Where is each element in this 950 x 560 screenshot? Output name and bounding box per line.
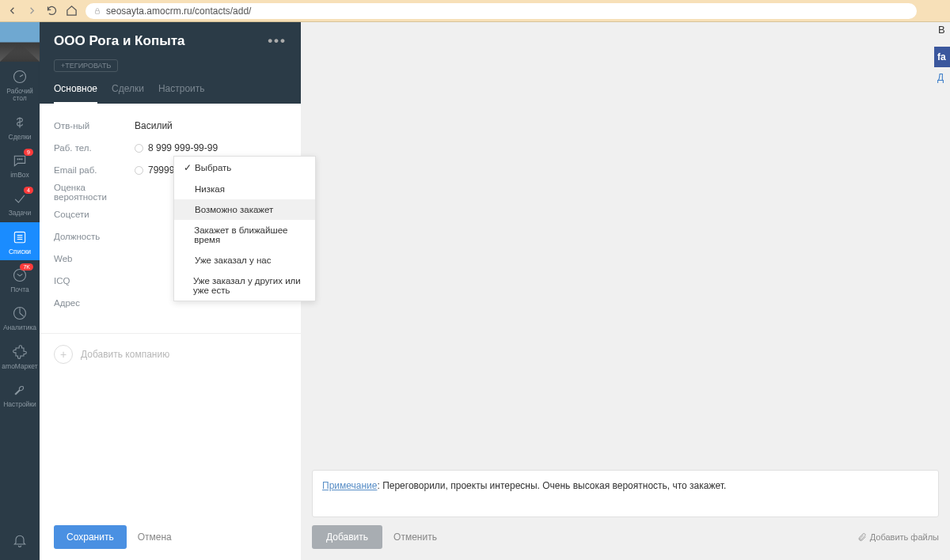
sidebar-item-deals[interactable]: Сделки — [0, 108, 40, 146]
bell-icon — [11, 532, 28, 549]
cancel-button[interactable]: Отмена — [138, 532, 172, 543]
wrench-icon — [11, 381, 28, 399]
tab-deals[interactable]: Сделки — [112, 83, 144, 104]
dropdown-option-soon[interactable]: Закажет в ближайшее время — [174, 220, 315, 250]
svg-rect-0 — [96, 10, 100, 13]
gauge-icon — [11, 68, 28, 85]
label-phone: Раб. тел. — [54, 143, 135, 153]
sidebar-item-tasks[interactable]: 4 Задачи — [0, 184, 40, 221]
puzzle-icon — [11, 343, 28, 361]
tag-button[interactable]: +ТЕГИРОВАТЬ — [54, 59, 118, 72]
sidebar-item-analytics[interactable]: Аналитика — [0, 298, 40, 336]
stateless-icon — [135, 144, 143, 153]
sidebar-item-settings[interactable]: Настройки — [0, 375, 40, 413]
sidebar-item-dashboard[interactable]: Рабочий стол — [0, 62, 40, 108]
widget-facebook[interactable]: fa — [934, 47, 950, 67]
home-button[interactable] — [66, 5, 78, 17]
note-text: : Переговорили, проекты интересны. Очень… — [377, 480, 726, 491]
paperclip-icon — [857, 532, 867, 542]
dropdown-option-ordered-other[interactable]: Уже заказал у других или уже есть — [174, 271, 315, 301]
note-label: Примечание — [322, 480, 377, 491]
svg-point-9 — [14, 270, 26, 282]
sidebar-item-market[interactable]: amoМаркет — [0, 337, 40, 375]
badge: 4 — [24, 187, 33, 194]
sidebar: Рабочий стол Сделки 9 imBox 4 Задачи Спи… — [0, 22, 40, 560]
dropdown-option-maybe[interactable]: Возможно закажет — [174, 199, 315, 220]
add-company[interactable]: + Добавить компанию — [40, 333, 301, 375]
cancel-note-button[interactable]: Отменить — [393, 532, 437, 543]
sidebar-avatar[interactable] — [0, 22, 40, 62]
back-button[interactable] — [6, 5, 18, 17]
label-probability: Оценка вероятности — [54, 183, 135, 202]
panel-tabs: Основное Сделки Настроить — [54, 83, 287, 104]
attach-files[interactable]: Добавить файлы — [857, 532, 939, 542]
value-phone[interactable]: 8 999 999-99-99 — [135, 142, 218, 153]
contact-panel: ООО Рога и Копыта ••• +ТЕГИРОВАТЬ Основн… — [40, 22, 301, 560]
label-web: Web — [54, 254, 135, 263]
note-actions: Добавить Отменить Добавить файлы — [312, 525, 939, 549]
badge: 9 — [24, 149, 33, 156]
url-text: seosayta.amocrm.ru/contacts/add/ — [106, 6, 251, 17]
label-position: Должность — [54, 232, 135, 241]
sidebar-item-mail[interactable]: 7K Почта — [0, 260, 40, 298]
url-bar[interactable]: seosayta.amocrm.ru/contacts/add/ — [86, 3, 917, 19]
label-icq: ICQ — [54, 276, 135, 286]
browser-toolbar: seosayta.amocrm.ru/contacts/add/ — [0, 0, 950, 22]
svg-point-3 — [20, 159, 21, 160]
svg-point-4 — [21, 159, 22, 160]
probability-dropdown: ✓Выбрать Низкая Возможно закажет Закажет… — [173, 156, 316, 301]
dollar-icon — [11, 114, 28, 131]
tab-configure[interactable]: Настроить — [158, 83, 205, 104]
lock-icon — [93, 7, 101, 15]
dropdown-option-low[interactable]: Низкая — [174, 179, 315, 199]
svg-point-2 — [17, 159, 18, 160]
label-email: Email раб. — [54, 165, 135, 175]
save-button[interactable]: Сохранить — [54, 525, 127, 549]
label-social: Соцсети — [54, 210, 135, 219]
widget-cut-1: В — [934, 22, 950, 36]
analytics-icon — [11, 305, 28, 322]
panel-footer: Сохранить Отмена — [40, 514, 301, 560]
label-address: Адрес — [54, 298, 135, 308]
list-icon — [11, 229, 28, 246]
main-area: Примечание: Переговорили, проекты интере… — [301, 22, 950, 560]
label-responsible: Отв-ный — [54, 121, 135, 131]
plus-icon: + — [54, 345, 73, 364]
dropdown-option-ordered-us[interactable]: Уже заказал у нас — [174, 250, 315, 271]
contact-form: Отв-ныйВасилий Раб. тел.8 999 999-99-99 … — [40, 104, 301, 328]
panel-header: ООО Рога и Копыта ••• +ТЕГИРОВАТЬ Основн… — [40, 22, 301, 104]
tab-main[interactable]: Основное — [54, 83, 97, 104]
add-button[interactable]: Добавить — [312, 525, 382, 549]
sidebar-item-lists[interactable]: Списки — [0, 222, 40, 260]
stateless-icon — [135, 166, 143, 175]
right-widgets: В fa Д — [934, 22, 950, 93]
widget-cut-2: Д — [934, 67, 950, 83]
dropdown-option-select[interactable]: ✓Выбрать — [174, 157, 315, 179]
forward-button[interactable] — [26, 5, 38, 17]
sidebar-notifications[interactable] — [11, 520, 28, 560]
badge: 7K — [20, 263, 33, 271]
sidebar-item-imbox[interactable]: 9 imBox — [0, 146, 40, 184]
value-responsible[interactable]: Василий — [135, 120, 173, 131]
reload-button[interactable] — [46, 5, 58, 17]
more-menu[interactable]: ••• — [268, 33, 287, 49]
check-icon: ✓ — [184, 162, 191, 173]
note-textarea[interactable]: Примечание: Переговорили, проекты интере… — [312, 470, 939, 517]
contact-title: ООО Рога и Копыта — [54, 33, 184, 49]
